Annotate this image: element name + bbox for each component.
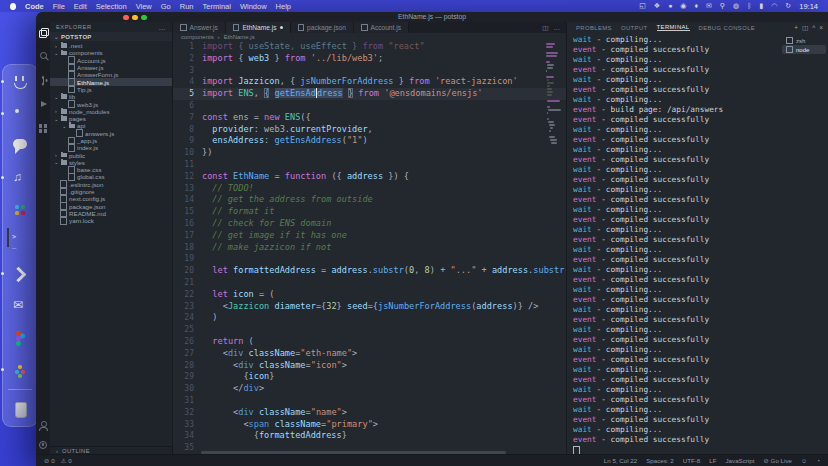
status-errors[interactable]: ⊘0	[44, 457, 55, 464]
source-control-icon[interactable]	[39, 76, 48, 85]
dock-item-slack[interactable]	[7, 197, 33, 223]
menu-code[interactable]: Code	[25, 2, 44, 11]
file-icon	[298, 24, 305, 32]
status-go-live[interactable]: ⊘Go Live	[763, 457, 792, 464]
tree-item-next-config-js[interactable]: next.config.js	[50, 195, 172, 202]
explorer-icon[interactable]	[39, 28, 48, 37]
code-text	[202, 65, 566, 77]
dock-item-trash[interactable]	[7, 396, 33, 422]
tree-item--gitignore[interactable]: .gitignore	[50, 188, 172, 195]
split-editor-icon[interactable]: ◫	[542, 24, 548, 32]
screen-record-icon[interactable]: ◉	[680, 2, 686, 10]
panel-tab-output[interactable]: OUTPUT	[621, 25, 648, 31]
status-label: Go Live	[771, 457, 792, 464]
account-icon[interactable]	[39, 421, 48, 430]
tree-item-pages[interactable]: ⌄pages	[50, 115, 172, 122]
menu-view[interactable]: View	[136, 2, 152, 11]
stage-manager-icon[interactable]: ❖	[654, 2, 660, 10]
tree-item-ethname-js[interactable]: EthName.js	[50, 78, 172, 85]
status-cursor-position[interactable]: Ln 5, Col 22	[604, 457, 637, 464]
menu-selection[interactable]: Selection	[96, 2, 127, 11]
wifi-icon[interactable]: ◠	[771, 2, 777, 10]
breadcrumb-segment[interactable]: components	[181, 34, 214, 40]
tree-item--next[interactable]: ›.next	[50, 42, 172, 49]
dock-item-music[interactable]	[7, 165, 33, 191]
menu-file[interactable]: File	[53, 2, 65, 11]
tree-item-global-css[interactable]: global.css	[50, 173, 172, 180]
panel-tab-terminal[interactable]: TERMINAL	[657, 24, 690, 32]
breadcrumb-segment[interactable]: EthName.js	[224, 34, 255, 40]
menu-run[interactable]: Run	[180, 2, 194, 11]
status-indentation[interactable]: Spaces: 2	[646, 457, 674, 464]
spotlight-icon[interactable]: ⚲	[720, 2, 725, 10]
status-language-mode[interactable]: JavaScript	[726, 457, 755, 464]
tree-item-styles[interactable]: ⌄styles	[50, 159, 172, 166]
more-actions-icon[interactable]: …	[554, 24, 561, 31]
bluetooth-icon[interactable]: ᛒ	[747, 2, 751, 10]
status-feedback[interactable]: ☺	[801, 457, 807, 464]
dock-item-photos[interactable]	[7, 357, 33, 383]
token: formattedAddress	[259, 430, 342, 440]
dock-item-chrome[interactable]	[7, 101, 33, 127]
code-line: 32 <div className="name">	[173, 407, 566, 419]
tab-ethname.js[interactable]: EthName.js	[226, 22, 291, 33]
tree-item-answers-js[interactable]: answers.js	[50, 130, 172, 137]
tree-item-web3-js[interactable]: web3.js	[50, 100, 172, 107]
tree-item--eslintrc-json[interactable]: .eslintrc.json	[50, 181, 172, 188]
dock-item-vscode[interactable]	[7, 261, 33, 287]
status-eol[interactable]: LF	[709, 457, 716, 464]
tab-answer.js[interactable]: Answer.js	[173, 22, 226, 33]
status-warnings[interactable]: ⚠0	[61, 457, 72, 464]
dock-item-mail[interactable]	[7, 293, 33, 319]
new-terminal-icon[interactable]: +	[794, 24, 798, 32]
tree-item-node-modules[interactable]: ›node_modules	[50, 108, 172, 115]
terminal-instance-node[interactable]: node	[782, 45, 826, 54]
panel-tab-problems[interactable]: PROBLEMS	[576, 25, 612, 31]
menu-edit[interactable]: Edit	[74, 2, 87, 11]
status-notifications[interactable]: ◔	[816, 457, 820, 464]
tree-item-tip-js[interactable]: Tip.js	[50, 86, 172, 93]
code-editor[interactable]: 1import { useState, useEffect } from "re…	[173, 41, 566, 455]
do-not-disturb-icon[interactable]: ●	[668, 2, 672, 10]
panel-tab-debug-console[interactable]: DEBUG CONSOLE	[699, 25, 756, 31]
maximize-panel-icon[interactable]: ^	[812, 24, 815, 32]
run-debug-icon[interactable]	[39, 100, 48, 109]
tree-item-index-js[interactable]: index.js	[50, 144, 172, 151]
dock-item-messages[interactable]	[7, 133, 33, 159]
dock-item-terminal[interactable]	[7, 229, 33, 255]
close-panel-icon[interactable]: ×	[819, 24, 823, 32]
chat-icon[interactable]: ✉	[706, 2, 712, 10]
tree-item-readme-md[interactable]: README.md	[50, 210, 172, 217]
split-terminal-icon[interactable]: ◫	[802, 24, 808, 32]
control-center-icon[interactable]: ◍	[733, 2, 739, 10]
menu-window[interactable]: Window	[240, 2, 267, 11]
tree-item-package-json[interactable]: package.json	[50, 203, 172, 210]
battery-icon[interactable]: ▮	[759, 2, 763, 10]
explorer-more-icon[interactable]: …	[159, 24, 167, 31]
code-line: 4import Jazzicon, { jsNumberForAddress }…	[173, 76, 566, 88]
apple-menu-icon[interactable]	[10, 3, 16, 10]
game-center-icon[interactable]: ♦	[694, 2, 698, 10]
menu-terminal[interactable]: Terminal	[203, 2, 231, 11]
display-icon[interactable]: ◱	[639, 2, 646, 10]
dock-item-figma[interactable]	[7, 325, 33, 351]
tree-item-api[interactable]: ⌄api	[50, 122, 172, 129]
file-icon	[180, 24, 187, 32]
tree-item-public[interactable]: ›public	[50, 151, 172, 158]
tab-account.js[interactable]: Account.js	[354, 22, 409, 33]
status-encoding[interactable]: UTF-8	[683, 457, 701, 464]
extensions-icon[interactable]	[39, 124, 48, 133]
workspace-root-row[interactable]: ⌄ POTSTOP	[50, 32, 172, 41]
sync-icon[interactable]: ↻	[785, 2, 791, 10]
menu-go[interactable]: Go	[161, 2, 171, 11]
dock-item-finder[interactable]	[7, 69, 33, 95]
terminal-instance-zsh[interactable]: zsh	[782, 36, 826, 45]
settings-icon[interactable]	[39, 440, 48, 449]
tree-item-yarn-lock[interactable]: yarn.lock	[50, 217, 172, 224]
menubar-clock[interactable]: 19:14	[799, 2, 818, 11]
terminal-output[interactable]: wait - compiling...event - compiled succ…	[573, 35, 780, 455]
search-icon[interactable]	[39, 52, 48, 61]
tree-item-account-js[interactable]: Account.js	[50, 57, 172, 64]
menu-help[interactable]: Help	[276, 2, 291, 11]
tab-package.json[interactable]: package.json	[291, 22, 354, 33]
